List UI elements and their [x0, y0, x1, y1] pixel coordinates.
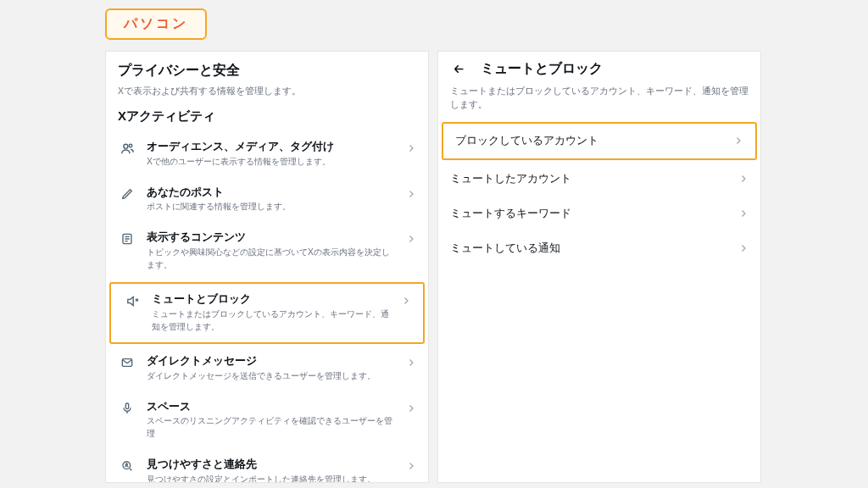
- document-icon: [118, 230, 136, 246]
- privacy-safety-panel: プライバシーと安全 Xで表示および共有する情報を管理します。 Xアクティビティ …: [105, 51, 429, 483]
- chevron-right-icon: [738, 174, 748, 184]
- row-title: 表示するコンテンツ: [147, 230, 396, 245]
- row-direct-messages[interactable]: ダイレクトメッセージ ダイレクトメッセージを送信できるユーザーを管理します。: [106, 346, 428, 391]
- section-heading-activity: Xアクティビティ: [106, 108, 428, 131]
- row-title: スペース: [147, 400, 396, 414]
- row-label: ミュートするキーワード: [450, 207, 738, 221]
- chevron-right-icon: [733, 136, 743, 146]
- chevron-right-icon: [406, 354, 416, 368]
- row-muted-notifications[interactable]: ミュートしている通知: [438, 231, 760, 266]
- row-muted-accounts[interactable]: ミュートしたアカウント: [438, 162, 760, 197]
- pencil-icon: [118, 186, 136, 201]
- detail-caption: ミュートまたはブロックしているアカウント、キーワード、通知を管理します。: [438, 83, 760, 120]
- row-audience-media-tagging[interactable]: オーディエンス、メディア、タグ付け Xで他のユーザーに表示する情報を管理します。: [106, 131, 428, 177]
- row-title: ミュートとブロック: [152, 292, 391, 307]
- svg-rect-4: [125, 403, 128, 409]
- row-discoverability[interactable]: 見つけやすさと連絡先 見つけやすさの設定とインポートした連絡先を管理します。: [106, 449, 428, 483]
- row-caption: ミュートまたはブロックしているアカウント、キーワード、通知を管理します。: [152, 308, 391, 334]
- row-title: ダイレクトメッセージ: [147, 354, 396, 369]
- svg-point-6: [125, 464, 127, 466]
- row-label: ミュートしたアカウント: [450, 172, 738, 186]
- chevron-right-icon: [406, 230, 416, 244]
- row-caption: ダイレクトメッセージを送信できるユーザーを管理します。: [147, 370, 396, 383]
- svg-point-1: [129, 144, 132, 147]
- row-caption: Xで他のユーザーに表示する情報を管理します。: [147, 156, 396, 169]
- row-blocked-accounts[interactable]: ブロックしているアカウント: [442, 122, 757, 160]
- panel-title: プライバシーと安全: [106, 52, 428, 85]
- chevron-right-icon: [401, 292, 411, 306]
- detail-title: ミュートとブロック: [481, 60, 603, 78]
- chevron-right-icon: [738, 243, 748, 253]
- row-label: ミュートしている通知: [450, 241, 738, 256]
- row-caption: 見つけやすさの設定とインポートした連絡先を管理します。: [147, 474, 396, 483]
- row-label: ブロックしているアカウント: [455, 134, 733, 148]
- mute-block-detail-panel: ミュートとブロック ミュートまたはブロックしているアカウント、キーワード、通知を…: [437, 51, 761, 483]
- microphone-icon: [118, 400, 136, 415]
- back-button[interactable]: [450, 61, 467, 78]
- envelope-icon: [118, 354, 136, 369]
- mute-icon: [123, 292, 142, 308]
- chevron-right-icon: [406, 186, 416, 199]
- row-caption: トピックや興味関心などの設定に基づいてXの表示内容を決定します。: [147, 247, 396, 272]
- chevron-right-icon: [406, 400, 416, 413]
- search-person-icon: [118, 458, 136, 473]
- row-title: あなたのポスト: [147, 186, 396, 200]
- panel-caption: Xで表示および共有する情報を管理します。: [106, 85, 428, 108]
- chevron-right-icon: [406, 458, 416, 471]
- chevron-right-icon: [406, 140, 416, 153]
- row-spaces[interactable]: スペース スペースのリスニングアクティビティを確認できるユーザーを管理: [106, 391, 428, 450]
- row-caption: ポストに関連する情報を管理します。: [147, 201, 396, 214]
- people-icon: [118, 140, 136, 156]
- platform-tag: パソコン: [105, 8, 207, 40]
- svg-point-0: [123, 144, 127, 148]
- chevron-right-icon: [738, 208, 748, 219]
- row-title: オーディエンス、メディア、タグ付け: [147, 140, 396, 154]
- row-title: 見つけやすさと連絡先: [147, 458, 396, 472]
- row-your-posts[interactable]: あなたのポスト ポストに関連する情報を管理します。: [106, 177, 428, 223]
- row-mute-and-block[interactable]: ミュートとブロック ミュートまたはブロックしているアカウント、キーワード、通知を…: [109, 282, 425, 344]
- row-caption: スペースのリスニングアクティビティを確認できるユーザーを管理: [147, 415, 396, 441]
- row-muted-keywords[interactable]: ミュートするキーワード: [438, 197, 760, 231]
- row-content-you-see[interactable]: 表示するコンテンツ トピックや興味関心などの設定に基づいてXの表示内容を決定しま…: [106, 222, 428, 280]
